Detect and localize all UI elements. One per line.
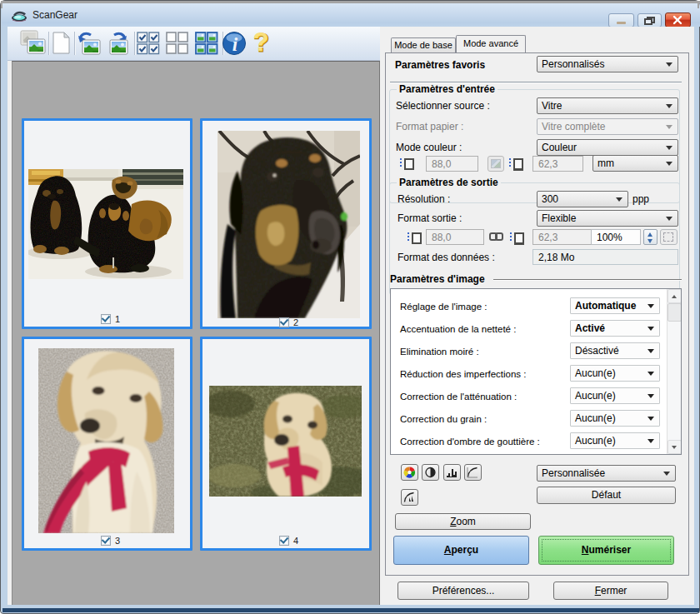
svg-text:i: i [232, 34, 238, 55]
svg-text:?: ? [253, 27, 269, 57]
